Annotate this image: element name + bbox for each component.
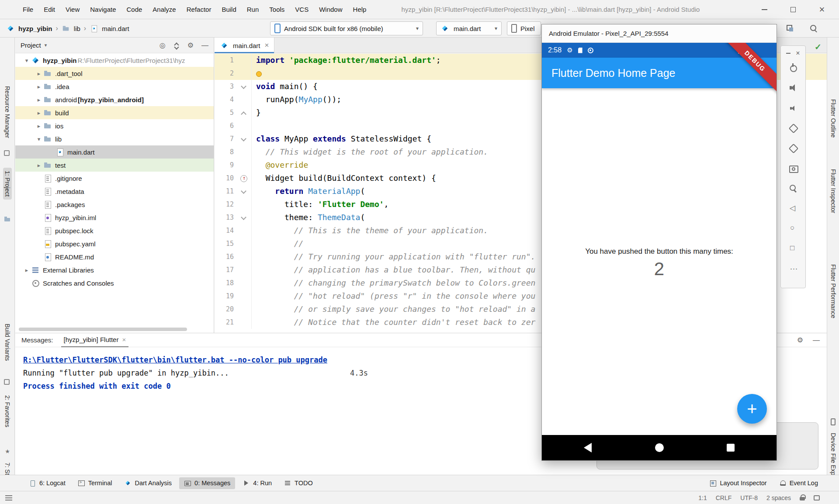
menu-help[interactable]: Help (348, 0, 372, 19)
status-encoding[interactable]: UTF-8 (740, 494, 758, 501)
fab-increment-button[interactable]: + (737, 394, 767, 424)
tree-item-android[interactable]: ▸android [hyzp_yibin_android] (15, 93, 214, 106)
minimize-button[interactable] (750, 0, 779, 19)
tree-collapse-arrow[interactable]: ▾ (35, 136, 43, 142)
emulator-close-icon[interactable]: × (796, 50, 800, 57)
build-variants-icon[interactable] (4, 379, 10, 385)
maximize-button[interactable] (779, 0, 808, 19)
fold-marker-icon[interactable] (237, 185, 251, 198)
status-indent[interactable]: 2 spaces (766, 494, 791, 501)
tool-window-button-dart-analysis[interactable]: Dart Analysis (119, 477, 177, 489)
tool-window-button-terminal[interactable]: Terminal (73, 477, 117, 489)
menu-build[interactable]: Build (216, 0, 241, 19)
more-icon[interactable] (788, 263, 798, 274)
tool-stripe-2-favorites[interactable]: 2: Favorites (3, 392, 12, 430)
project-view-selector[interactable]: Project (21, 41, 41, 49)
home-icon[interactable] (788, 223, 798, 234)
nav-back-icon[interactable] (584, 443, 592, 452)
tree-item-dart-tool[interactable]: ▸.dart_tool (15, 67, 214, 80)
tool-stripe-build-variants[interactable]: Build Variants (3, 321, 12, 364)
tree-expand-arrow[interactable]: ▸ (35, 83, 43, 90)
screenshot-icon[interactable] (788, 163, 798, 173)
tree-item-metadata[interactable]: .metadata (15, 185, 214, 198)
tree-collapse-arrow[interactable]: ▾ (22, 57, 31, 64)
tree-item-pubspec-yaml[interactable]: pubspec.yaml (15, 237, 214, 250)
device-frame-selector[interactable]: Pixel (507, 21, 541, 35)
device-selector[interactable]: Android SDK built for x86 (mobile) ▾ (270, 21, 423, 35)
menu-file[interactable]: File (17, 0, 38, 19)
menu-tools[interactable]: Tools (264, 0, 290, 19)
highlighting-level-icon[interactable] (814, 495, 820, 501)
hide-panel-icon[interactable]: — (201, 41, 208, 49)
fold-marker-icon[interactable] (237, 211, 251, 224)
menu-code[interactable]: Code (121, 0, 147, 19)
inspection-ok-icon[interactable]: ✓ (815, 42, 822, 52)
tree-item-scratches-and-consoles[interactable]: Scratches and Consoles (15, 276, 214, 290)
tree-expand-arrow[interactable]: ▸ (22, 267, 31, 273)
tree-item-build[interactable]: ▸build (15, 106, 214, 119)
tool-window-button-4-run[interactable]: 4: Run (238, 477, 277, 489)
messages-tab-flutter[interactable]: [hyzp_yibin] Flutter × (61, 333, 129, 347)
tool-stripe-1-project[interactable]: 1: Project (3, 168, 12, 200)
menu-vcs[interactable]: VCS (290, 0, 314, 19)
close-button[interactable]: × (808, 0, 836, 19)
tool-window-button-todo[interactable]: TODO (279, 477, 318, 489)
breadcrumb-item-hyzp-yibin[interactable]: hyzp_yibin (6, 24, 52, 33)
settings-gear-icon[interactable]: ⚙ (187, 41, 194, 49)
tool-window-button-6-logcat[interactable]: 6: Logcat (24, 477, 70, 489)
back-icon[interactable] (788, 203, 798, 214)
menu-window[interactable]: Window (314, 0, 347, 19)
hide-panel-icon[interactable]: — (813, 336, 820, 344)
collapse-all-icon[interactable] (173, 42, 180, 48)
emulator-screen[interactable]: 2:58 ⚙ Flutter Demo Home Page DEBUG You … (542, 43, 777, 460)
tree-item-lib[interactable]: ▾lib (15, 132, 214, 145)
readonly-lock-icon[interactable] (800, 494, 805, 501)
breadcrumb-item-main-dart[interactable]: main.dart (90, 24, 129, 33)
status-caret-position[interactable]: 1:1 (698, 494, 707, 501)
fold-marker-icon[interactable] (237, 80, 251, 93)
tree-item-idea[interactable]: ▸.idea (15, 80, 214, 93)
device-file-explorer-icon[interactable] (831, 418, 836, 425)
tree-item-packages[interactable]: .packages (15, 198, 214, 211)
emulator-minimize-icon[interactable] (786, 53, 790, 54)
ide-updates-icon[interactable] (786, 24, 794, 33)
tree-expand-arrow[interactable]: ▸ (35, 70, 43, 77)
tree-expand-arrow[interactable]: ▸ (35, 162, 43, 169)
status-line-ending[interactable]: CRLF (716, 494, 732, 501)
tree-item-readme-md[interactable]: README.md (15, 250, 214, 263)
override-marker-icon[interactable]: ↑ (237, 172, 251, 185)
tool-stripe-flutter-inspector[interactable]: Flutter Inspector (829, 166, 838, 216)
nav-home-icon[interactable] (655, 443, 664, 452)
emulator-title-bar[interactable]: Android Emulator - Pixel_2_API_29:5554 (542, 24, 777, 43)
volume-up-icon[interactable] (788, 83, 798, 93)
favorites-star-icon[interactable]: ★ (4, 448, 11, 455)
tool-window-switcher-icon[interactable] (5, 495, 12, 501)
tree-item-ios[interactable]: ▸ios (15, 119, 214, 132)
horizontal-scrollbar[interactable] (19, 328, 187, 331)
tool-stripe-flutter-outline[interactable]: Flutter Outline (829, 96, 838, 141)
tab-close-icon[interactable]: × (265, 41, 269, 50)
tree-item-hyzp-yibin[interactable]: ▾hyzp_yibin R:\FlutterProject\FlutterPro… (15, 54, 214, 67)
tree-item-gitignore[interactable]: .gitignore (15, 172, 214, 185)
tree-expand-arrow[interactable]: ▸ (35, 97, 43, 103)
tree-item-main-dart[interactable]: main.dart (15, 145, 214, 159)
intention-bulb-icon[interactable] (256, 71, 262, 77)
tab-close-icon[interactable]: × (122, 336, 126, 343)
rotate-left-icon[interactable] (788, 123, 798, 133)
fold-marker-icon[interactable] (237, 106, 251, 119)
tool-window-button-layout-inspector[interactable]: Layout Inspector (704, 477, 771, 489)
volume-down-icon[interactable] (788, 103, 798, 113)
fold-marker-icon[interactable] (237, 132, 251, 145)
menu-view[interactable]: View (60, 0, 85, 19)
tool-stripe-resource-manager[interactable]: Resource Manager (3, 83, 12, 141)
resource-manager-icon[interactable] (4, 150, 10, 156)
overview-icon[interactable] (788, 243, 798, 254)
tool-window-button-event-log[interactable]: Event Log (774, 477, 823, 489)
tree-expand-arrow[interactable]: ▸ (35, 123, 43, 129)
menu-analyze[interactable]: Analyze (147, 0, 181, 19)
locate-file-icon[interactable]: ◎ (159, 41, 166, 49)
tree-item-test[interactable]: ▸test (15, 159, 214, 172)
tab-main-dart[interactable]: main.dart × (215, 38, 274, 53)
tree-item-external-libraries[interactable]: ▸External Libraries (15, 263, 214, 276)
run-configuration-selector[interactable]: main.dart ▾ (436, 21, 502, 35)
